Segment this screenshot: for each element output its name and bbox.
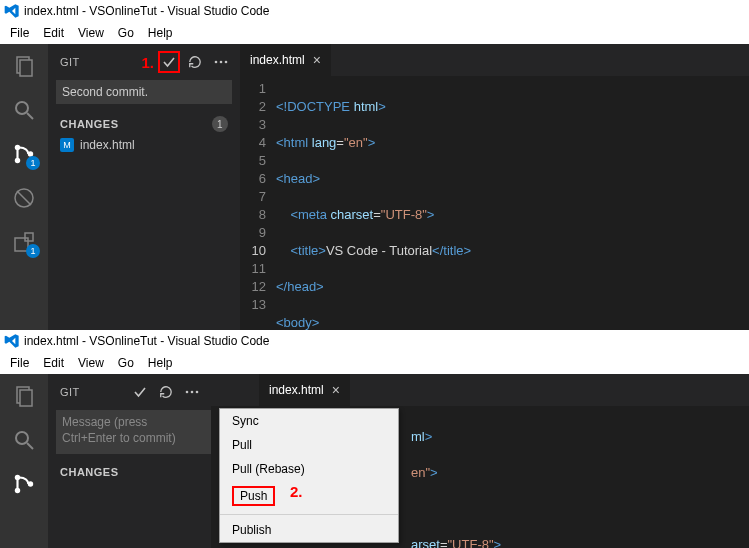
menu-view[interactable]: View	[72, 24, 110, 42]
svg-point-21	[186, 391, 189, 394]
editor-area: index.html × ml> en"> arset="UTF-8"> S C…	[211, 374, 749, 548]
editor-area: index.html × 12345678910111213 <!DOCTYPE…	[240, 44, 749, 330]
git-badge: 1	[26, 156, 40, 170]
git-title: GIT	[60, 386, 129, 398]
changes-header[interactable]: CHANGES 1	[48, 112, 240, 136]
commit-message-input[interactable]	[56, 80, 232, 104]
svg-point-13	[225, 61, 228, 64]
menu-view[interactable]: View	[72, 354, 110, 372]
explorer-icon[interactable]	[10, 382, 38, 410]
menu-edit[interactable]: Edit	[37, 24, 70, 42]
changes-label: CHANGES	[60, 466, 119, 478]
source-control-icon[interactable]: 1	[10, 140, 38, 168]
extensions-icon[interactable]: 1	[10, 228, 38, 256]
vscode-logo-icon	[4, 3, 20, 19]
commit-button[interactable]	[158, 51, 180, 73]
window-title: index.html - VSOnlineTut - Visual Studio…	[24, 334, 269, 348]
explorer-icon[interactable]	[10, 52, 38, 80]
tab-index-html[interactable]: index.html ×	[259, 374, 350, 406]
commit-message-wrap	[56, 80, 232, 104]
source-control-icon[interactable]	[10, 470, 38, 498]
more-actions-button[interactable]	[210, 51, 232, 73]
ctx-pull-rebase[interactable]: Pull (Rebase)	[220, 457, 398, 481]
changes-count: 1	[212, 116, 228, 132]
tab-label: index.html	[269, 383, 324, 397]
svg-point-18	[15, 475, 20, 480]
changed-file-name: index.html	[80, 138, 135, 152]
svg-line-3	[27, 113, 33, 119]
menu-help[interactable]: Help	[142, 354, 179, 372]
editor-tabs: index.html ×	[211, 374, 749, 406]
annotation-1: 1.	[141, 54, 154, 71]
commit-button[interactable]	[129, 381, 151, 403]
titlebar: index.html - VSOnlineTut - Visual Studio…	[0, 0, 749, 22]
git-panel-header: GIT 1.	[48, 48, 240, 76]
svg-rect-15	[20, 390, 32, 406]
close-icon[interactable]: ×	[332, 382, 340, 398]
close-icon[interactable]: ×	[313, 52, 321, 68]
ctx-sync[interactable]: Sync	[220, 409, 398, 433]
vscode-window-2: index.html - VSOnlineTut - Visual Studio…	[0, 330, 749, 548]
git-context-menu: Sync Pull Pull (Rebase) Push 2. Publish	[219, 408, 399, 543]
git-sidebar: GIT Message (press Ctrl+Enter to commit)…	[48, 374, 211, 548]
activity-bar	[0, 374, 48, 548]
svg-point-22	[191, 391, 194, 394]
svg-point-4	[15, 145, 20, 150]
git-sidebar: GIT 1. CHANGES 1 M index.html	[48, 44, 240, 330]
modified-badge: M	[60, 138, 74, 152]
debug-icon[interactable]	[10, 184, 38, 212]
ext-badge: 1	[26, 244, 40, 258]
commit-message-placeholder[interactable]: Message (press Ctrl+Enter to commit)	[56, 410, 211, 454]
activity-bar: 1 1	[0, 44, 48, 330]
titlebar: index.html - VSOnlineTut - Visual Studio…	[0, 330, 749, 352]
ctx-pull[interactable]: Pull	[220, 433, 398, 457]
svg-point-23	[196, 391, 199, 394]
svg-line-17	[27, 443, 33, 449]
search-icon[interactable]	[10, 96, 38, 124]
menu-edit[interactable]: Edit	[37, 354, 70, 372]
annotation-2: 2.	[290, 483, 303, 500]
ctx-push[interactable]: Push 2.	[220, 481, 398, 511]
vscode-logo-icon	[4, 333, 20, 349]
commit-message-wrap: Message (press Ctrl+Enter to commit)	[56, 410, 211, 454]
svg-point-19	[15, 488, 20, 493]
menu-file[interactable]: File	[4, 24, 35, 42]
menubar: File Edit View Go Help	[0, 352, 749, 374]
svg-point-12	[220, 61, 223, 64]
tab-index-html[interactable]: index.html ×	[240, 44, 331, 76]
svg-line-8	[17, 191, 31, 205]
svg-point-5	[15, 158, 20, 163]
changes-header[interactable]: CHANGES	[48, 462, 211, 482]
changed-file-item[interactable]: M index.html	[48, 136, 240, 154]
svg-point-2	[16, 102, 28, 114]
svg-point-11	[215, 61, 218, 64]
refresh-button[interactable]	[155, 381, 177, 403]
changes-label: CHANGES	[60, 118, 119, 130]
ctx-separator	[220, 514, 398, 515]
git-title: GIT	[60, 56, 141, 68]
tab-label: index.html	[250, 53, 305, 67]
menu-go[interactable]: Go	[112, 24, 140, 42]
git-panel-header: GIT	[48, 378, 211, 406]
menu-help[interactable]: Help	[142, 24, 179, 42]
search-icon[interactable]	[10, 426, 38, 454]
svg-point-16	[16, 432, 28, 444]
editor-tabs: index.html ×	[240, 44, 749, 76]
menu-go[interactable]: Go	[112, 354, 140, 372]
window-title: index.html - VSOnlineTut - Visual Studio…	[24, 4, 269, 18]
menubar: File Edit View Go Help	[0, 22, 749, 44]
ctx-publish[interactable]: Publish	[220, 518, 398, 542]
more-actions-button[interactable]	[181, 381, 203, 403]
svg-rect-10	[25, 233, 33, 241]
vscode-window-1: index.html - VSOnlineTut - Visual Studio…	[0, 0, 749, 330]
menu-file[interactable]: File	[4, 354, 35, 372]
svg-rect-1	[20, 60, 32, 76]
code-lines[interactable]: ml> en"> arset="UTF-8"> S Code - Tutoria…	[411, 410, 749, 548]
refresh-button[interactable]	[184, 51, 206, 73]
